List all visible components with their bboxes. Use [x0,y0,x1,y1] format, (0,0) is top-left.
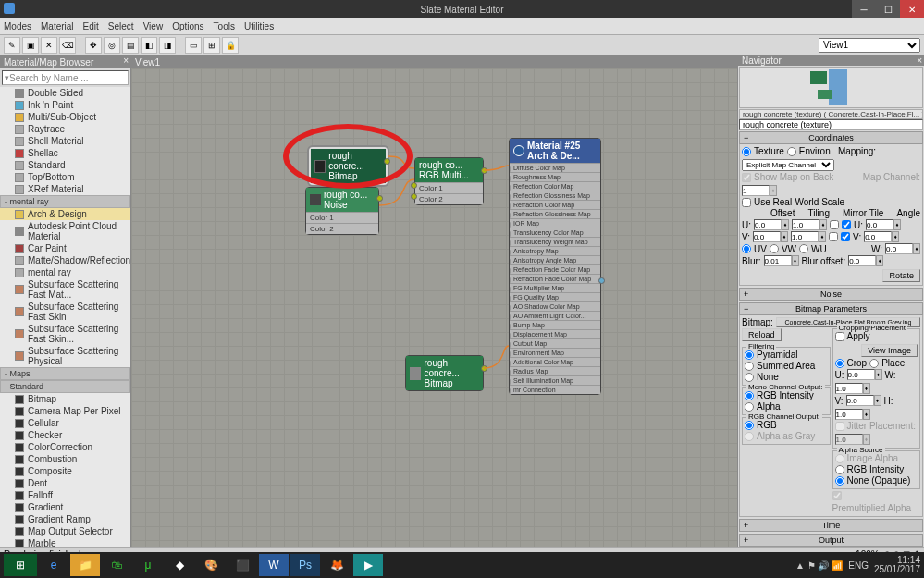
material-slot[interactable]: Additional Color Map [510,357,600,366]
tree-item[interactable]: Subsurface Scattering Physical [0,345,130,367]
tool-layout-icon[interactable]: ⊞ [203,37,220,54]
tree-item[interactable]: Camera Map Per Pixel [0,405,130,417]
menu-select[interactable]: Select [108,21,134,31]
task-app3-icon[interactable]: ⬛ [228,554,257,576]
view-image-button[interactable]: View Image [861,344,918,357]
material-slot[interactable]: Cutout Map [510,338,600,348]
bluroffset-input[interactable] [848,255,876,266]
filter-summed-radio[interactable] [745,362,754,371]
v-angle-input[interactable] [864,231,892,242]
tree-item[interactable]: Gradient Ramp [0,513,130,525]
task-photoshop-icon[interactable]: Ps [290,554,320,576]
material-slot[interactable]: Refraction Fade Color Map [510,274,600,283]
v-offset-input[interactable] [753,231,781,242]
browser-tree[interactable]: Double SidedInk 'n PaintMulti/Sub-Object… [0,87,130,547]
material-slot[interactable]: Reflection Color Map [510,181,600,191]
browser-close-icon[interactable]: × [123,55,129,66]
blur-input[interactable] [764,255,792,266]
tray-lang[interactable]: ENG [848,560,869,571]
tree-item[interactable]: Subsurface Scattering Fast Skin [0,301,130,323]
canvas-tab[interactable]: View1 [131,55,737,68]
system-tray[interactable]: ▲ ⚑ 🔊 📶 ENG 11:1425/01/2017 [795,556,920,574]
material-slot[interactable]: FG Multiplier Map [510,283,600,292]
bitmap-params-rollout[interactable]: Bitmap Parameters [739,302,923,315]
crop-u-input[interactable] [847,369,875,380]
rgbout-rgb-radio[interactable] [745,421,754,430]
tree-item[interactable]: Multi/Sub-Object [0,111,130,123]
node-noise[interactable]: rough co...Noise Color 1 Color 2 [305,187,379,235]
time-rollout[interactable]: Time [739,519,923,532]
breadcrumb[interactable]: rough concrete (texture) ( Concrete.Cast… [739,109,923,119]
material-name-input[interactable]: rough concrete (texture) [739,119,923,130]
material-slot[interactable]: Anisotropy Angle Map [510,255,600,264]
tool-assign-icon[interactable]: ▣ [22,37,39,54]
taskbar[interactable]: ⊞ e 📁 🛍 μ ◆ 🎨 ⬛ W Ps 🦊 ▶ ▲ ⚑ 🔊 📶 ENG 11:… [0,552,924,578]
material-slot[interactable]: Translucency Color Map [510,228,600,237]
material-slot[interactable]: Diffuse Color Map [510,163,600,172]
tool-lock-icon[interactable]: 🔒 [222,37,239,54]
uv-radio[interactable] [742,244,751,253]
alphasrc-none-radio[interactable] [835,476,844,486]
material-slot[interactable]: AO Shadow Color Map [510,301,600,311]
task-explorer-icon[interactable]: 📁 [70,554,100,576]
tree-item[interactable]: ColorCorrection [0,441,130,453]
crop-radio[interactable] [835,359,844,368]
material-slot[interactable]: Roughness Map [510,172,600,181]
tree-item[interactable]: Standard [0,159,130,171]
task-store-icon[interactable]: 🛍 [102,554,131,576]
material-slot[interactable]: Reflection Fade Color Map [510,264,600,274]
material-slot[interactable]: FG Quality Map [510,292,600,301]
tree-item[interactable]: Ink 'n Paint [0,99,130,111]
start-button[interactable]: ⊞ [4,554,37,576]
tool-option1-icon[interactable]: ◧ [141,37,157,54]
material-slot[interactable]: Environment Map [510,348,600,357]
material-slot[interactable]: Displacement Map [510,329,600,338]
material-slot[interactable]: Translucency Weight Map [510,237,600,246]
minimize-button[interactable]: ─ [852,0,876,18]
tree-item[interactable]: Map Output Selector [0,525,130,537]
material-slot[interactable]: AO Ambient Light Color... [510,311,600,320]
alphasrc-rgbint-radio[interactable] [835,465,844,474]
section-standard-maps[interactable]: - Standard [0,380,130,393]
task-word-icon[interactable]: W [259,554,289,576]
task-app2-icon[interactable]: 🎨 [196,554,226,576]
filter-none-radio[interactable] [745,373,754,382]
task-firefox-icon[interactable]: 🦊 [322,554,351,576]
menu-edit[interactable]: Edit [83,21,99,31]
tray-icons[interactable]: ▲ ⚑ 🔊 📶 [795,560,843,571]
mapping-select[interactable]: Explicit Map Channel [742,159,834,171]
menu-modes[interactable]: Modes [4,21,31,31]
menu-material[interactable]: Material [41,21,74,31]
tool-select-icon[interactable]: ▭ [185,37,202,54]
tree-item[interactable]: Car Paint [0,242,130,254]
mono-alpha-radio[interactable] [745,402,754,412]
close-button[interactable]: ✕ [900,0,924,18]
coordinates-rollout[interactable]: Coordinates [739,131,923,144]
section-mental-ray[interactable]: - mental ray [0,195,130,208]
tree-item[interactable]: XRef Material [0,183,130,195]
tree-item[interactable]: Checker [0,429,130,441]
noise-rollout[interactable]: Noise [739,288,923,301]
material-slot[interactable]: IOR Map [510,218,600,228]
w-angle-input[interactable] [885,243,913,254]
material-slot[interactable]: Bump Map [510,320,600,329]
tree-item[interactable]: Subsurface Scattering Fast Skin... [0,323,130,345]
mapchannel-input[interactable] [742,185,770,196]
tree-item[interactable]: Bitmap [0,393,130,405]
output-rollout[interactable]: Output [739,534,923,547]
apply-check[interactable] [835,332,844,341]
mono-rgbint-radio[interactable] [745,391,754,400]
tree-item[interactable]: Combustion [0,453,130,465]
material-slot[interactable]: mr Connection [510,385,600,394]
task-app1-icon[interactable]: ◆ [165,554,194,576]
material-slot[interactable]: Reflection Glossiness Map [510,191,600,200]
navigator-preview[interactable] [739,67,923,108]
tree-item[interactable]: Double Sided [0,87,130,99]
rotate-button[interactable]: Rotate [882,269,920,282]
material-slot[interactable]: Refraction Glossiness Map [510,209,600,218]
node-rgb-multiply[interactable]: rough co...RGB Multi... Color 1 Color 2 [414,157,484,205]
place-radio[interactable] [869,359,879,368]
tree-item[interactable]: Marble [0,537,130,547]
tool-preview-icon[interactable]: ◎ [104,37,120,54]
task-utorrent-icon[interactable]: μ [133,554,163,576]
